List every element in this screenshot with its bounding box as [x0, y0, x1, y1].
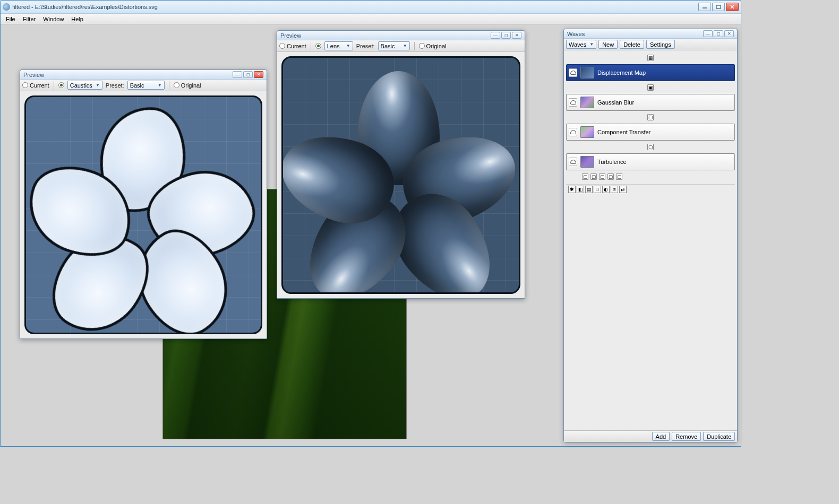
add-button[interactable]: Add [652, 432, 670, 441]
close-icon[interactable]: ✕ [254, 71, 263, 78]
preview-canvas-area [277, 52, 525, 298]
node-label: Gaussian Blur [597, 99, 634, 106]
remove-button[interactable]: Remove [672, 432, 701, 441]
visibility-toggle-icon[interactable] [569, 128, 577, 136]
menu-help[interactable]: Help [68, 15, 87, 23]
tree-node-icon[interactable]: ▦ [647, 55, 654, 61]
minimize-button[interactable] [698, 3, 711, 11]
waves-panel: Waves — ◻ ✕ Waves ▼ New Delete Settings … [563, 29, 738, 442]
radio-filter[interactable] [315, 43, 321, 49]
close-icon[interactable]: ✕ [512, 32, 521, 39]
tree-expand-icon[interactable]: ▢ [647, 144, 654, 150]
maximize-icon[interactable]: ◻ [714, 30, 723, 37]
node-gaussian-blur[interactable]: Gaussian Blur [566, 94, 735, 111]
menubar: File Filter Window Help [1, 14, 741, 24]
preview-toolbar-caustics: Current Caustics ▼ Preset: Basic ▼ [20, 80, 267, 91]
node-displacement-map[interactable]: Displacement Map [566, 64, 735, 81]
tree-leaf-icon[interactable]: ▢ [599, 173, 605, 180]
workspace: Preview — ◻ ✕ Current Lens ▼ [1, 24, 741, 446]
tree-leaf-icon[interactable]: ▢ [590, 173, 597, 180]
menu-file[interactable]: File [3, 15, 19, 23]
waves-tree: ▦ Displacement Map ▣ Gaussian Blur ▢ Com [564, 50, 737, 430]
radio-current[interactable]: Current [279, 43, 306, 49]
waves-titlebar[interactable]: Waves — ◻ ✕ [564, 29, 737, 39]
primitive-icon[interactable]: ⇄ [619, 186, 627, 193]
tree-leaf-icon[interactable]: ▢ [582, 173, 588, 180]
preset-dropdown[interactable]: Basic ▼ [127, 81, 165, 90]
delete-button[interactable]: Delete [620, 40, 644, 49]
waves-toolbar: Waves ▼ New Delete Settings [564, 39, 737, 50]
preview-panel-caustics: Preview — ◻ ✕ Current Caustics ▼ [20, 69, 267, 339]
main-titlebar: filtered - E:\Studies\filtered\res\Examp… [1, 1, 741, 14]
tree-expand-icon[interactable]: ▢ [647, 114, 654, 120]
new-button[interactable]: New [598, 40, 618, 49]
node-turbulence[interactable]: Turbulence [566, 153, 735, 170]
radio-label: Current [287, 43, 306, 49]
menu-filter[interactable]: Filter [20, 15, 39, 23]
preview-titlebar-lens[interactable]: Preview — ◻ ✕ [277, 31, 525, 40]
visibility-toggle-icon[interactable] [569, 98, 577, 107]
dropdown-value: Lens [327, 43, 340, 49]
main-window: filtered - E:\Studies\filtered\res\Examp… [0, 0, 741, 447]
close-button[interactable] [726, 3, 739, 11]
minimize-icon[interactable]: — [233, 71, 242, 78]
duplicate-button[interactable]: Duplicate [703, 432, 735, 441]
radio-original[interactable]: Original [419, 43, 447, 49]
minimize-icon[interactable]: — [703, 30, 713, 37]
radio-label: Original [181, 82, 201, 89]
radio-icon [22, 82, 28, 88]
filter-dropdown[interactable]: Caustics ▼ [67, 81, 102, 90]
minimize-icon[interactable]: — [491, 32, 500, 39]
tree-leaf-icon[interactable]: ▢ [616, 173, 622, 180]
preview-canvas-area [20, 91, 267, 338]
menu-window[interactable]: Window [40, 15, 67, 23]
visibility-toggle-icon[interactable] [569, 68, 577, 77]
node-thumbnail [580, 97, 594, 108]
maximize-icon[interactable]: ◻ [501, 32, 511, 39]
primitive-icon[interactable]: ▤ [585, 186, 593, 193]
preset-label: Preset: [356, 43, 375, 49]
dropdown-value: Basic [381, 43, 395, 49]
preview-toolbar-lens: Current Lens ▼ Preset: Basic ▼ [277, 40, 525, 52]
maximize-icon[interactable]: ◻ [243, 71, 253, 78]
chevron-down-icon: ▼ [158, 83, 162, 88]
dropdown-value: Waves [569, 41, 586, 48]
primitive-icon[interactable]: ◧ [577, 186, 584, 193]
chevron-down-icon: ▼ [96, 83, 100, 88]
radio-label: Original [426, 43, 447, 49]
radio-icon [315, 43, 321, 49]
preview-image-caustics [24, 95, 262, 334]
chevron-down-icon: ▼ [589, 42, 594, 47]
radio-icon [174, 82, 179, 88]
maximize-button[interactable] [712, 3, 725, 11]
primitive-icon[interactable]: ≋ [611, 186, 618, 193]
radio-icon [419, 43, 425, 49]
tree-expand-icon[interactable]: ▣ [647, 84, 654, 91]
node-thumbnail [580, 67, 594, 79]
primitive-icon[interactable]: ✱ [568, 186, 576, 193]
chevron-down-icon: ▼ [403, 44, 407, 48]
visibility-toggle-icon[interactable] [569, 158, 577, 166]
radio-current[interactable]: Current [22, 82, 49, 89]
node-label: Displacement Map [597, 69, 646, 76]
primitive-icon[interactable]: □ [594, 186, 601, 193]
preview-title: Preview [280, 32, 301, 39]
settings-button[interactable]: Settings [646, 40, 675, 49]
radio-original[interactable]: Original [174, 82, 201, 89]
filter-dropdown[interactable]: Lens ▼ [324, 41, 353, 50]
node-component-transfer[interactable]: Component Transfer [566, 124, 735, 141]
radio-filter[interactable] [58, 82, 64, 88]
close-icon[interactable]: ✕ [724, 30, 734, 37]
waves-filter-dropdown[interactable]: Waves ▼ [566, 40, 596, 49]
waves-title: Waves [567, 31, 585, 37]
radio-icon [279, 43, 285, 49]
primitive-icon[interactable]: ◐ [602, 186, 610, 193]
node-label: Turbulence [597, 159, 627, 165]
primitive-palette: ✱ ◧ ▤ □ ◐ ≋ ⇄ [566, 184, 735, 194]
preset-dropdown[interactable]: Basic ▼ [378, 41, 410, 50]
tree-leaf-icon[interactable]: ▢ [607, 173, 614, 180]
node-label: Component Transfer [597, 129, 650, 135]
chevron-down-icon: ▼ [346, 44, 350, 48]
preview-titlebar-caustics[interactable]: Preview — ◻ ✕ [20, 70, 267, 80]
radio-icon [58, 82, 64, 88]
